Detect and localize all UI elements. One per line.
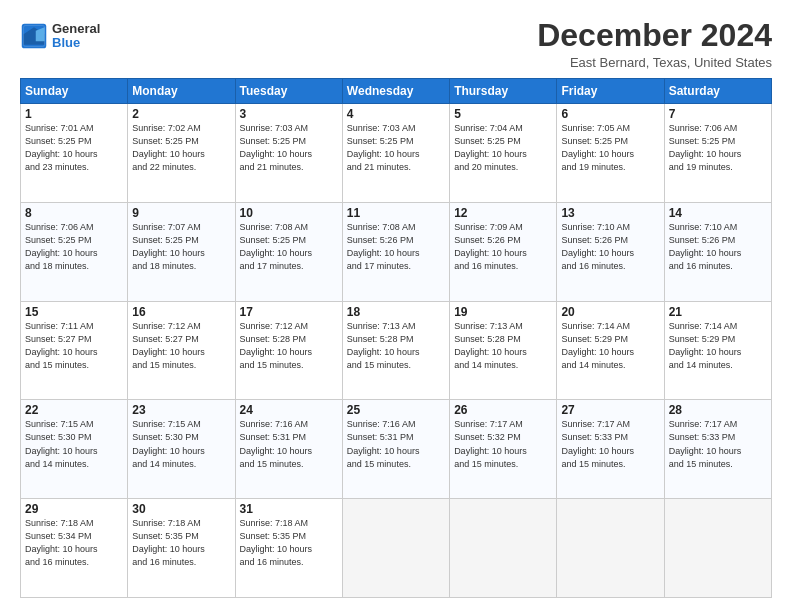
- calendar-cell: 30Sunrise: 7:18 AM Sunset: 5:35 PM Dayli…: [128, 499, 235, 598]
- calendar-cell: 24Sunrise: 7:16 AM Sunset: 5:31 PM Dayli…: [235, 400, 342, 499]
- page: General Blue December 2024 East Bernard,…: [0, 0, 792, 612]
- calendar-week-4: 22Sunrise: 7:15 AM Sunset: 5:30 PM Dayli…: [21, 400, 772, 499]
- day-info: Sunrise: 7:16 AM Sunset: 5:31 PM Dayligh…: [347, 418, 445, 470]
- day-info: Sunrise: 7:15 AM Sunset: 5:30 PM Dayligh…: [25, 418, 123, 470]
- logo-icon: [20, 22, 48, 50]
- calendar-cell: 26Sunrise: 7:17 AM Sunset: 5:32 PM Dayli…: [450, 400, 557, 499]
- day-info: Sunrise: 7:15 AM Sunset: 5:30 PM Dayligh…: [132, 418, 230, 470]
- day-info: Sunrise: 7:04 AM Sunset: 5:25 PM Dayligh…: [454, 122, 552, 174]
- day-info: Sunrise: 7:03 AM Sunset: 5:25 PM Dayligh…: [240, 122, 338, 174]
- day-info: Sunrise: 7:12 AM Sunset: 5:27 PM Dayligh…: [132, 320, 230, 372]
- calendar-cell: 14Sunrise: 7:10 AM Sunset: 5:26 PM Dayli…: [664, 202, 771, 301]
- day-info: Sunrise: 7:03 AM Sunset: 5:25 PM Dayligh…: [347, 122, 445, 174]
- calendar-cell: 6Sunrise: 7:05 AM Sunset: 5:25 PM Daylig…: [557, 104, 664, 203]
- calendar-cell: 3Sunrise: 7:03 AM Sunset: 5:25 PM Daylig…: [235, 104, 342, 203]
- calendar-cell: 11Sunrise: 7:08 AM Sunset: 5:26 PM Dayli…: [342, 202, 449, 301]
- calendar-cell: [664, 499, 771, 598]
- day-info: Sunrise: 7:18 AM Sunset: 5:34 PM Dayligh…: [25, 517, 123, 569]
- day-info: Sunrise: 7:10 AM Sunset: 5:26 PM Dayligh…: [669, 221, 767, 273]
- day-info: Sunrise: 7:06 AM Sunset: 5:25 PM Dayligh…: [669, 122, 767, 174]
- title-block: December 2024 East Bernard, Texas, Unite…: [537, 18, 772, 70]
- day-info: Sunrise: 7:10 AM Sunset: 5:26 PM Dayligh…: [561, 221, 659, 273]
- calendar-cell: 1Sunrise: 7:01 AM Sunset: 5:25 PM Daylig…: [21, 104, 128, 203]
- day-info: Sunrise: 7:14 AM Sunset: 5:29 PM Dayligh…: [561, 320, 659, 372]
- day-header-wednesday: Wednesday: [342, 79, 449, 104]
- day-number: 26: [454, 403, 552, 417]
- day-info: Sunrise: 7:12 AM Sunset: 5:28 PM Dayligh…: [240, 320, 338, 372]
- day-info: Sunrise: 7:06 AM Sunset: 5:25 PM Dayligh…: [25, 221, 123, 273]
- day-number: 13: [561, 206, 659, 220]
- day-number: 6: [561, 107, 659, 121]
- day-number: 15: [25, 305, 123, 319]
- calendar-cell: 8Sunrise: 7:06 AM Sunset: 5:25 PM Daylig…: [21, 202, 128, 301]
- day-number: 18: [347, 305, 445, 319]
- calendar-cell: 9Sunrise: 7:07 AM Sunset: 5:25 PM Daylig…: [128, 202, 235, 301]
- calendar-cell: 21Sunrise: 7:14 AM Sunset: 5:29 PM Dayli…: [664, 301, 771, 400]
- day-number: 4: [347, 107, 445, 121]
- calendar-body: 1Sunrise: 7:01 AM Sunset: 5:25 PM Daylig…: [21, 104, 772, 598]
- calendar-cell: 18Sunrise: 7:13 AM Sunset: 5:28 PM Dayli…: [342, 301, 449, 400]
- day-info: Sunrise: 7:14 AM Sunset: 5:29 PM Dayligh…: [669, 320, 767, 372]
- calendar-cell: 25Sunrise: 7:16 AM Sunset: 5:31 PM Dayli…: [342, 400, 449, 499]
- day-number: 17: [240, 305, 338, 319]
- calendar-cell: 10Sunrise: 7:08 AM Sunset: 5:25 PM Dayli…: [235, 202, 342, 301]
- day-number: 22: [25, 403, 123, 417]
- day-header-thursday: Thursday: [450, 79, 557, 104]
- month-title: December 2024: [537, 18, 772, 53]
- day-info: Sunrise: 7:17 AM Sunset: 5:33 PM Dayligh…: [669, 418, 767, 470]
- day-number: 8: [25, 206, 123, 220]
- day-info: Sunrise: 7:08 AM Sunset: 5:26 PM Dayligh…: [347, 221, 445, 273]
- calendar-cell: [450, 499, 557, 598]
- calendar-cell: 17Sunrise: 7:12 AM Sunset: 5:28 PM Dayli…: [235, 301, 342, 400]
- day-number: 9: [132, 206, 230, 220]
- day-info: Sunrise: 7:17 AM Sunset: 5:32 PM Dayligh…: [454, 418, 552, 470]
- calendar-cell: 5Sunrise: 7:04 AM Sunset: 5:25 PM Daylig…: [450, 104, 557, 203]
- header: General Blue December 2024 East Bernard,…: [20, 18, 772, 70]
- calendar-cell: 2Sunrise: 7:02 AM Sunset: 5:25 PM Daylig…: [128, 104, 235, 203]
- day-header-tuesday: Tuesday: [235, 79, 342, 104]
- calendar-cell: [557, 499, 664, 598]
- day-number: 12: [454, 206, 552, 220]
- day-info: Sunrise: 7:01 AM Sunset: 5:25 PM Dayligh…: [25, 122, 123, 174]
- day-number: 11: [347, 206, 445, 220]
- day-info: Sunrise: 7:16 AM Sunset: 5:31 PM Dayligh…: [240, 418, 338, 470]
- calendar-week-2: 8Sunrise: 7:06 AM Sunset: 5:25 PM Daylig…: [21, 202, 772, 301]
- day-header-saturday: Saturday: [664, 79, 771, 104]
- day-number: 14: [669, 206, 767, 220]
- calendar-week-1: 1Sunrise: 7:01 AM Sunset: 5:25 PM Daylig…: [21, 104, 772, 203]
- calendar-cell: 19Sunrise: 7:13 AM Sunset: 5:28 PM Dayli…: [450, 301, 557, 400]
- day-info: Sunrise: 7:05 AM Sunset: 5:25 PM Dayligh…: [561, 122, 659, 174]
- day-header-monday: Monday: [128, 79, 235, 104]
- calendar-cell: 15Sunrise: 7:11 AM Sunset: 5:27 PM Dayli…: [21, 301, 128, 400]
- day-number: 23: [132, 403, 230, 417]
- day-number: 2: [132, 107, 230, 121]
- day-info: Sunrise: 7:13 AM Sunset: 5:28 PM Dayligh…: [454, 320, 552, 372]
- day-number: 21: [669, 305, 767, 319]
- calendar-table: SundayMondayTuesdayWednesdayThursdayFrid…: [20, 78, 772, 598]
- day-number: 3: [240, 107, 338, 121]
- day-number: 25: [347, 403, 445, 417]
- day-number: 31: [240, 502, 338, 516]
- calendar-week-5: 29Sunrise: 7:18 AM Sunset: 5:34 PM Dayli…: [21, 499, 772, 598]
- logo: General Blue: [20, 22, 100, 51]
- day-number: 24: [240, 403, 338, 417]
- calendar-header-row: SundayMondayTuesdayWednesdayThursdayFrid…: [21, 79, 772, 104]
- day-number: 10: [240, 206, 338, 220]
- logo-line1: General: [52, 21, 100, 36]
- calendar-cell: 22Sunrise: 7:15 AM Sunset: 5:30 PM Dayli…: [21, 400, 128, 499]
- day-info: Sunrise: 7:09 AM Sunset: 5:26 PM Dayligh…: [454, 221, 552, 273]
- day-info: Sunrise: 7:11 AM Sunset: 5:27 PM Dayligh…: [25, 320, 123, 372]
- calendar-week-3: 15Sunrise: 7:11 AM Sunset: 5:27 PM Dayli…: [21, 301, 772, 400]
- day-info: Sunrise: 7:18 AM Sunset: 5:35 PM Dayligh…: [240, 517, 338, 569]
- calendar-cell: 27Sunrise: 7:17 AM Sunset: 5:33 PM Dayli…: [557, 400, 664, 499]
- day-number: 5: [454, 107, 552, 121]
- day-info: Sunrise: 7:07 AM Sunset: 5:25 PM Dayligh…: [132, 221, 230, 273]
- calendar-cell: 31Sunrise: 7:18 AM Sunset: 5:35 PM Dayli…: [235, 499, 342, 598]
- calendar-cell: 20Sunrise: 7:14 AM Sunset: 5:29 PM Dayli…: [557, 301, 664, 400]
- day-number: 28: [669, 403, 767, 417]
- calendar-cell: [342, 499, 449, 598]
- day-number: 16: [132, 305, 230, 319]
- logo-text: General Blue: [52, 22, 100, 51]
- calendar-cell: 7Sunrise: 7:06 AM Sunset: 5:25 PM Daylig…: [664, 104, 771, 203]
- calendar-cell: 16Sunrise: 7:12 AM Sunset: 5:27 PM Dayli…: [128, 301, 235, 400]
